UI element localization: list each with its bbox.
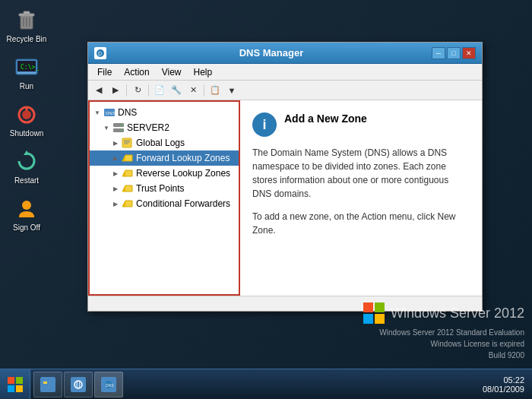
taskbar-item-explorer[interactable] — [33, 372, 62, 397]
tree-item-conditional-forwarders[interactable]: ▶ Conditional Forwarders — [90, 196, 239, 211]
toolbar-export[interactable]: 📋 — [207, 83, 223, 98]
svg-point-37 — [74, 381, 82, 388]
svg-rect-31 — [8, 377, 14, 384]
clock-date: 08/01/2009 — [483, 385, 524, 394]
tree-item-global-logs[interactable]: ▶ Global Logs — [90, 135, 239, 150]
start-button[interactable] — [0, 369, 30, 400]
tree-label-conditional-forwarders: Conditional Forwarders — [136, 198, 230, 209]
conditional-forwarders-icon — [122, 198, 134, 210]
restart-label: Restart — [14, 176, 39, 185]
global-logs-icon — [122, 137, 134, 149]
svg-rect-2 — [24, 11, 30, 14]
toolbar-sep-3 — [204, 84, 204, 97]
svg-text:DNS: DNS — [106, 383, 114, 388]
trust-points-icon — [122, 182, 134, 195]
tree-label-reverse-lookup: Reverse Lookup Zones — [136, 168, 230, 179]
signoff-icon-desktop[interactable]: Sign Off — [4, 196, 49, 232]
restart-icon-desktop[interactable]: Restart — [4, 149, 49, 185]
taskbar-item-dns[interactable]: DNS — [94, 372, 123, 397]
toolbar-filter[interactable]: ▼ — [224, 83, 239, 98]
desktop-icons: Recycle Bin C:\>_ Run — [0, 0, 53, 239]
recycle-bin-label: Recycle Bin — [7, 35, 47, 43]
menu-help[interactable]: Help — [188, 65, 219, 79]
taskbar-items: DNS — [30, 372, 475, 397]
toolbar-delete[interactable]: ✕ — [185, 83, 201, 98]
svg-text:D: D — [98, 51, 102, 56]
branding-logo: Windows Server 2012 — [363, 302, 524, 324]
eval-text: Windows Server 2012 Standard Evaluation … — [363, 327, 524, 361]
dns-icon: DNS — [103, 106, 116, 119]
expand-trust-points: ▶ — [111, 184, 120, 193]
taskbar-ie-icon — [71, 377, 86, 392]
window-controls: ─ □ ✕ — [432, 47, 476, 59]
close-button[interactable]: ✕ — [462, 47, 476, 59]
taskbar-item-ie[interactable] — [64, 372, 93, 397]
window-title: DNS Manager — [111, 47, 432, 59]
branding: Windows Server 2012 Windows Server 2012 … — [363, 302, 524, 361]
maximize-button[interactable]: □ — [447, 47, 461, 59]
run-icon: C:\>_ — [14, 55, 39, 79]
run-icon-desktop[interactable]: C:\>_ Run — [4, 55, 49, 90]
minimize-button[interactable]: ─ — [432, 47, 445, 59]
taskbar: DNS 05:22 08/01/2009 — [0, 369, 532, 399]
svg-point-22 — [121, 130, 122, 131]
forward-lookup-icon — [122, 152, 134, 164]
svg-rect-34 — [16, 385, 23, 392]
shutdown-label: Shutdown — [10, 129, 43, 138]
taskbar-clock[interactable]: 05:22 08/01/2009 — [475, 375, 532, 394]
tree-label-server: SERVER2 — [127, 122, 169, 133]
tree-label-forward-lookup: Forward Lookup Zones — [136, 153, 230, 163]
svg-rect-28 — [375, 302, 385, 312]
info-title: Add a New Zone — [284, 112, 367, 125]
tree-item-reverse-lookup[interactable]: ▶ Reverse Lookup Zones — [90, 166, 239, 181]
menu-bar: File Action View Help — [88, 64, 482, 81]
svg-text:C:\>_: C:\>_ — [21, 64, 39, 71]
svg-point-14 — [22, 201, 31, 210]
clock-time: 05:22 — [483, 375, 524, 385]
toolbar: ◀ ▶ ↻ 📄 🔧 ✕ 📋 ▼ — [88, 81, 482, 100]
expand-server: ▼ — [102, 123, 111, 132]
start-windows-logo — [8, 377, 23, 392]
reverse-lookup-icon — [122, 167, 134, 179]
signoff-icon — [14, 196, 39, 220]
windows-logo-svg — [363, 302, 385, 324]
dns-manager-window: D DNS Manager ─ □ ✕ File Action View Hel… — [87, 42, 483, 312]
svg-rect-27 — [363, 302, 373, 312]
expand-reverse-lookup: ▶ — [111, 169, 120, 178]
tree-item-server[interactable]: ▼ SERVER2 — [90, 120, 239, 135]
menu-file[interactable]: File — [91, 65, 118, 79]
signoff-label: Sign Off — [13, 223, 40, 232]
recycle-bin-icon — [14, 8, 39, 32]
shutdown-icon — [14, 102, 39, 126]
recycle-bin-icon-desktop[interactable]: Recycle Bin — [4, 8, 49, 43]
server-icon — [112, 122, 125, 134]
menu-action[interactable]: Action — [118, 65, 155, 79]
tree-panel: ▼ DNS DNS ▼ — [88, 100, 240, 296]
svg-point-38 — [77, 381, 80, 388]
tree-item-forward-lookup[interactable]: ▶ Forward Lookup Zones — [90, 150, 239, 166]
svg-rect-32 — [16, 377, 23, 384]
toolbar-back[interactable]: ◀ — [91, 83, 106, 98]
toolbar-new[interactable]: 📄 — [152, 83, 167, 98]
right-panel: i Add a New Zone The Domain Name System … — [240, 100, 482, 296]
desktop: Recycle Bin C:\>_ Run — [0, 0, 532, 399]
info-icon: i — [252, 112, 277, 137]
toolbar-refresh[interactable]: ↻ — [130, 83, 145, 98]
toolbar-props[interactable]: 🔧 — [169, 83, 184, 98]
menu-view[interactable]: View — [156, 65, 188, 79]
window-content: ▼ DNS DNS ▼ — [88, 100, 482, 296]
tree-label-trust-points: Trust Points — [136, 183, 185, 194]
info-section: i Add a New Zone — [252, 112, 470, 137]
shutdown-icon-desktop[interactable]: Shutdown — [4, 102, 49, 138]
toolbar-forward[interactable]: ▶ — [108, 83, 123, 98]
svg-point-12 — [22, 110, 31, 119]
tree-label-dns: DNS — [118, 107, 137, 118]
svg-text:DNS: DNS — [106, 111, 116, 116]
toolbar-sep-1 — [126, 84, 127, 97]
svg-rect-33 — [8, 385, 14, 392]
info-body-2: To add a new zone, on the Action menu, c… — [252, 210, 470, 237]
branding-os-name: Windows Server 2012 — [391, 306, 524, 321]
expand-conditional-forwarders: ▶ — [111, 199, 120, 208]
tree-item-dns[interactable]: ▼ DNS DNS — [90, 105, 239, 120]
tree-item-trust-points[interactable]: ▶ Trust Points — [90, 181, 239, 196]
